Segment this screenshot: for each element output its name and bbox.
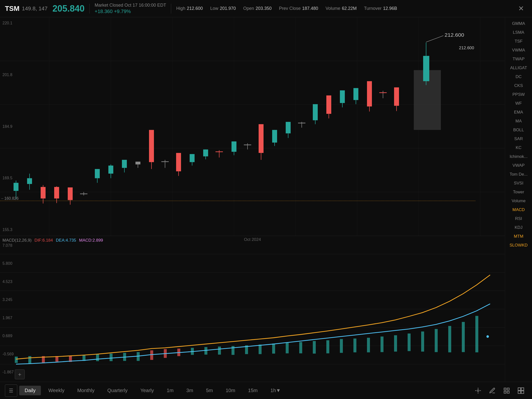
turnover-item: Turnover 12.96B bbox=[364, 6, 397, 11]
timeframe-monthly[interactable]: Monthly bbox=[72, 386, 100, 395]
svg-rect-134 bbox=[326, 340, 329, 353]
svg-rect-16 bbox=[27, 178, 32, 184]
sidebar-macd[interactable]: MACD bbox=[505, 205, 532, 214]
svg-rect-156 bbox=[518, 388, 521, 390]
svg-rect-112 bbox=[28, 356, 31, 364]
ohlc-group: High 212.600 Low 201.970 Open 203.350 Pr… bbox=[176, 6, 397, 11]
timeframe-quarterly[interactable]: Quarterly bbox=[102, 386, 133, 395]
svg-rect-141 bbox=[421, 332, 424, 352]
timeframe-1m[interactable]: 1m bbox=[161, 386, 179, 395]
svg-text:212.600: 212.600 bbox=[445, 32, 464, 38]
sidebar-vwap[interactable]: VWAP bbox=[505, 161, 532, 170]
svg-rect-133 bbox=[313, 341, 316, 354]
market-status-group: Market Closed Oct 17 16:00:00 EDT +18.36… bbox=[95, 3, 166, 14]
sidebar-kc[interactable]: KC bbox=[505, 143, 532, 152]
open-item: Open 203.350 bbox=[243, 6, 272, 11]
svg-rect-142 bbox=[435, 329, 438, 352]
sidebar-ichimoku[interactable]: Ichimok... bbox=[505, 152, 532, 161]
sidebar-mtm[interactable]: MTM bbox=[505, 232, 532, 241]
sidebar-rsi[interactable]: RSI bbox=[505, 214, 532, 223]
svg-rect-139 bbox=[394, 335, 397, 351]
svg-rect-54 bbox=[203, 150, 208, 156]
sidebar-cks[interactable]: CKS bbox=[505, 81, 532, 90]
macd-svg bbox=[0, 236, 505, 382]
svg-rect-33 bbox=[108, 166, 113, 174]
main-layout: 220.1 201.8 184.9 169.5 155.3 ─ 160.826 … bbox=[0, 17, 532, 382]
timeframe-yearly[interactable]: Yearly bbox=[135, 386, 159, 395]
svg-line-102 bbox=[426, 36, 443, 42]
svg-rect-126 bbox=[218, 347, 221, 355]
sidebar-ma[interactable]: MA bbox=[505, 117, 532, 126]
layout-button[interactable] bbox=[515, 384, 527, 397]
svg-rect-66 bbox=[259, 124, 264, 153]
macd-val-label: MACD:2.899 bbox=[79, 238, 103, 243]
svg-rect-117 bbox=[96, 354, 99, 361]
prev-close-item: Prev Close 187.480 bbox=[279, 6, 318, 11]
svg-rect-143 bbox=[448, 326, 451, 352]
timeframe-daily[interactable]: Daily bbox=[19, 386, 41, 395]
svg-rect-132 bbox=[299, 342, 302, 353]
timeframe-weekly[interactable]: Weekly bbox=[43, 386, 70, 395]
sidebar-dc[interactable]: DC bbox=[505, 72, 532, 81]
market-status: Market Closed Oct 17 16:00:00 EDT bbox=[95, 3, 166, 8]
svg-rect-157 bbox=[521, 388, 524, 390]
svg-rect-25 bbox=[68, 187, 73, 200]
expand-button[interactable]: ＋ bbox=[15, 369, 25, 379]
symbol-group: TSM 149.8, 147 bbox=[5, 5, 48, 13]
sidebar-svsi[interactable]: SVSI bbox=[505, 179, 532, 188]
volume-item: Volume 62.22M bbox=[326, 6, 357, 11]
svg-rect-96 bbox=[394, 87, 399, 106]
sidebar-tsf[interactable]: TSF bbox=[505, 37, 532, 46]
timeframe-1h[interactable]: 1h▼ bbox=[265, 386, 286, 395]
svg-rect-60 bbox=[232, 141, 236, 152]
sidebar-vwma[interactable]: VWMA bbox=[505, 46, 532, 55]
timeframe-5m[interactable]: 5m bbox=[200, 386, 218, 395]
svg-rect-121 bbox=[150, 350, 153, 360]
sidebar-toggle-button[interactable]: ☰ bbox=[5, 384, 17, 397]
sidebar-tower[interactable]: Tower bbox=[505, 188, 532, 197]
svg-rect-129 bbox=[259, 345, 262, 354]
svg-rect-36 bbox=[122, 160, 127, 168]
timeframe-3m[interactable]: 3m bbox=[181, 386, 199, 395]
sidebar-twap[interactable]: TWAP bbox=[505, 55, 532, 64]
sidebar-alligat[interactable]: ALLIGAT bbox=[505, 64, 532, 72]
svg-rect-158 bbox=[518, 391, 521, 394]
sidebar-ema[interactable]: EMA bbox=[505, 108, 532, 117]
crosshair-button[interactable] bbox=[472, 384, 484, 397]
svg-rect-19 bbox=[41, 187, 46, 199]
sidebar-kdj[interactable]: KDJ bbox=[505, 223, 532, 232]
svg-rect-84 bbox=[340, 90, 345, 103]
svg-rect-152 bbox=[504, 388, 506, 390]
timeframe-15m[interactable]: 15m bbox=[243, 386, 263, 395]
svg-rect-72 bbox=[286, 122, 291, 133]
svg-rect-145 bbox=[475, 316, 478, 352]
high-item: High 212.600 bbox=[176, 6, 203, 11]
svg-rect-100 bbox=[423, 56, 429, 81]
chart-area: 220.1 201.8 184.9 169.5 155.3 ─ 160.826 … bbox=[0, 17, 505, 382]
svg-rect-138 bbox=[381, 336, 383, 352]
svg-rect-13 bbox=[14, 183, 18, 191]
sidebar-sar[interactable]: SAR bbox=[505, 134, 532, 143]
dea-label: DEA:4.735 bbox=[56, 238, 76, 243]
sidebar-wf[interactable]: WF bbox=[505, 99, 532, 108]
sidebar-ppsw[interactable]: PPSW bbox=[505, 90, 532, 99]
sidebar-tomde[interactable]: Tom De... bbox=[505, 170, 532, 179]
candlestick-svg: 212.600 bbox=[0, 17, 505, 236]
svg-rect-69 bbox=[272, 130, 277, 143]
sidebar-boll[interactable]: BOLL bbox=[505, 126, 532, 134]
draw-button[interactable] bbox=[486, 384, 499, 397]
indicator-button[interactable] bbox=[500, 384, 513, 397]
svg-rect-140 bbox=[408, 333, 411, 351]
sidebar-volume[interactable]: Volume bbox=[505, 197, 532, 205]
close-button[interactable]: ✕ bbox=[515, 2, 527, 15]
svg-point-147 bbox=[477, 390, 479, 391]
symbol-price-info: 149.8, 147 bbox=[22, 5, 48, 12]
sidebar-lsma[interactable]: LSMA bbox=[505, 28, 532, 37]
timeframe-10m[interactable]: 10m bbox=[220, 386, 241, 395]
svg-rect-153 bbox=[507, 388, 509, 390]
sidebar-gmma[interactable]: GMMA bbox=[505, 19, 532, 28]
divider bbox=[89, 4, 90, 14]
svg-rect-48 bbox=[176, 153, 181, 171]
sidebar-slowkd[interactable]: SLOWKD bbox=[505, 241, 532, 250]
macd-labels: MACD(12,26,9) DIF:6.184 DEA:4.735 MACD:2… bbox=[2, 238, 103, 243]
